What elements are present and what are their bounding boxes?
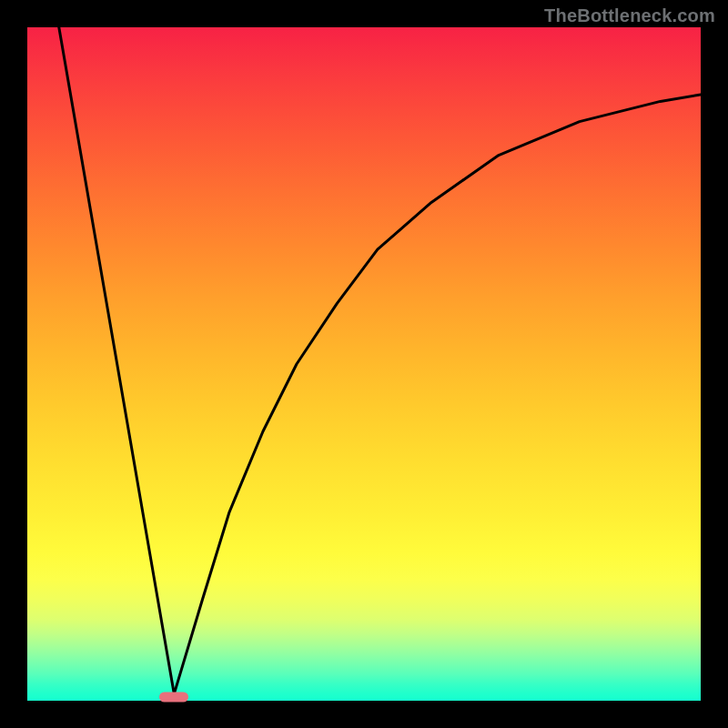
chart-frame: TheBottleneck.com	[0, 0, 728, 728]
attribution-label: TheBottleneck.com	[544, 5, 715, 26]
optimal-point-marker	[159, 693, 188, 703]
plot-area	[27, 27, 701, 701]
bottleneck-curve	[27, 27, 701, 701]
curve-path	[59, 27, 701, 694]
